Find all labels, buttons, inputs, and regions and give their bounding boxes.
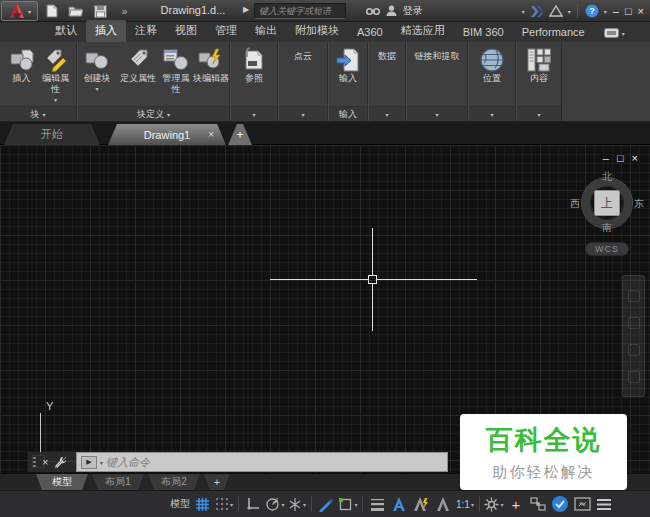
command-line-handle[interactable]: × xyxy=(28,452,76,472)
create-block-button[interactable]: 创建块 ▾ xyxy=(78,45,116,92)
tab-featured-apps[interactable]: 精选应用 xyxy=(392,20,454,42)
content-button[interactable]: 内容 xyxy=(519,45,559,84)
osnap-dropdown-icon[interactable]: ▾ xyxy=(354,501,357,508)
signin-dropdown-icon[interactable]: ▾ xyxy=(522,8,525,15)
scale-dropdown-icon[interactable]: ▾ xyxy=(471,501,474,508)
layout-tab-layout1[interactable]: 布局1 xyxy=(92,474,144,490)
ortho-mode-button[interactable] xyxy=(243,494,263,514)
panel-point-cloud-footer[interactable]: ▾ xyxy=(279,106,327,121)
command-line-close-icon[interactable]: × xyxy=(42,456,48,468)
close-button[interactable]: × xyxy=(638,0,644,22)
layout-tab-layout2[interactable]: 布局2 xyxy=(148,474,200,490)
workspace-dropdown-icon[interactable]: ▾ xyxy=(500,501,503,508)
ribbon-display-dropdown-icon[interactable]: ▾ xyxy=(622,30,625,37)
maximize-button[interactable]: □ xyxy=(625,0,632,22)
viewcube-east-label[interactable]: 东 xyxy=(634,197,644,211)
pan-icon[interactable] xyxy=(628,317,640,329)
point-cloud-label[interactable]: 点云 xyxy=(279,45,327,63)
open-file-button[interactable] xyxy=(68,3,84,19)
recent-commands-dropdown-icon[interactable]: ▾ xyxy=(100,459,103,466)
help-dropdown-icon[interactable]: ▾ xyxy=(604,8,607,15)
autoscale-button[interactable] xyxy=(411,494,431,514)
link-extract-label[interactable]: 链接和提取 xyxy=(407,45,467,63)
drawing-restore-button[interactable]: □ xyxy=(617,152,624,164)
file-tab-drawing1[interactable]: Drawing1 × xyxy=(108,124,226,145)
edit-attributes-button[interactable]: 编辑属性 ▾ xyxy=(40,45,72,103)
tab-output[interactable]: 输出 xyxy=(246,20,286,42)
drag-grip-icon[interactable] xyxy=(33,456,36,468)
isolate-objects-button[interactable] xyxy=(528,494,548,514)
new-drawing-tab-button[interactable]: + xyxy=(228,124,252,145)
attach-reference-button[interactable]: 参照 xyxy=(234,45,274,84)
drawing-close-button[interactable]: × xyxy=(632,152,638,164)
set-location-button[interactable]: 位置 xyxy=(472,45,512,84)
edit-attributes-dropdown-icon[interactable]: ▾ xyxy=(54,96,57,103)
insert-block-button[interactable]: 插入 xyxy=(5,45,39,84)
drawing-minimize-button[interactable]: – xyxy=(603,152,609,164)
viewcube-top-face[interactable]: 上 xyxy=(594,190,620,216)
ribbon-display-button[interactable]: ▾ xyxy=(604,28,625,42)
full-navigation-wheel-icon[interactable] xyxy=(628,290,640,302)
help-button[interactable]: ? xyxy=(585,4,599,18)
navigation-bar[interactable] xyxy=(622,275,645,397)
file-tab-start[interactable]: 开始 xyxy=(4,124,100,145)
grid-display-button[interactable] xyxy=(192,494,212,514)
manage-attributes-button[interactable]: 管理属性 xyxy=(160,45,192,95)
panel-link-extract-footer[interactable]: ▾ xyxy=(407,106,467,121)
isodraft-dropdown-icon[interactable]: ▾ xyxy=(303,501,306,508)
command-input[interactable] xyxy=(106,456,443,468)
workspace-switching-button[interactable]: ▾ xyxy=(484,494,504,514)
annotation-monitor-button[interactable] xyxy=(316,494,336,514)
app-menu-button[interactable]: ▾ xyxy=(1,1,38,21)
snap-dropdown-icon[interactable]: ▾ xyxy=(230,501,233,508)
save-button[interactable] xyxy=(92,3,108,19)
polar-dropdown-icon[interactable]: ▾ xyxy=(281,501,284,508)
panel-block-definition-footer[interactable]: 块定义 ▾ xyxy=(78,106,229,121)
search-input[interactable] xyxy=(255,4,345,18)
tab-addins[interactable]: 附加模块 xyxy=(286,20,348,42)
tab-manage[interactable]: 管理 xyxy=(206,20,246,42)
tab-a360[interactable]: A360 xyxy=(348,23,392,42)
panel-location-footer[interactable]: ▾ xyxy=(469,106,515,121)
file-tab-close-icon[interactable]: × xyxy=(208,129,214,140)
tab-bim360[interactable]: BIM 360 xyxy=(454,23,513,42)
tab-view[interactable]: 视图 xyxy=(166,20,206,42)
create-block-dropdown-icon[interactable]: ▾ xyxy=(95,85,98,92)
tab-default[interactable]: 默认 xyxy=(46,20,86,42)
new-file-button[interactable] xyxy=(44,3,60,19)
panel-reference-footer[interactable]: ▾ xyxy=(231,106,277,121)
exchange-apps-button[interactable] xyxy=(530,5,543,18)
viewcube-south-label[interactable]: 南 xyxy=(602,221,612,235)
viewcube-west-label[interactable]: 西 xyxy=(570,197,580,211)
search-history-arrow-icon[interactable]: ▶ xyxy=(243,5,249,14)
tab-insert[interactable]: 插入 xyxy=(86,20,126,42)
annotation-visibility-button[interactable] xyxy=(389,494,409,514)
block-editor-button[interactable]: 块编辑器 xyxy=(193,45,229,84)
isometric-drafting-button[interactable]: ▾ xyxy=(287,494,307,514)
clean-screen-button[interactable] xyxy=(572,494,592,514)
panel-import-footer[interactable]: 输入 xyxy=(329,106,367,121)
model-space-button[interactable]: 模型 xyxy=(170,494,190,514)
orbit-icon[interactable] xyxy=(628,371,640,383)
layout-tab-model[interactable]: 模型 xyxy=(36,474,88,490)
panel-block-footer[interactable]: 块 ▾ xyxy=(0,106,76,121)
annotation-scale-icon[interactable] xyxy=(433,494,453,514)
a360-dropdown-icon[interactable]: ▾ xyxy=(568,8,571,15)
minimize-button[interactable]: – xyxy=(613,0,619,22)
zoom-icon[interactable] xyxy=(628,344,640,356)
customization-menu-button[interactable] xyxy=(594,494,614,514)
annotation-scale-button[interactable]: 1:1 ▾ xyxy=(455,494,475,514)
snap-mode-button[interactable]: ▾ xyxy=(214,494,234,514)
lineweight-button[interactable] xyxy=(367,494,387,514)
tab-annotate[interactable]: 注释 xyxy=(126,20,166,42)
viewcube-north-label[interactable]: 北 xyxy=(602,170,612,184)
sign-in-button[interactable]: 登录 xyxy=(403,4,423,18)
annotation-plus-button[interactable]: + xyxy=(506,494,526,514)
polar-tracking-button[interactable]: ▾ xyxy=(265,494,285,514)
panel-data-footer[interactable]: ▾ xyxy=(369,106,405,121)
customize-wrench-icon[interactable] xyxy=(54,456,67,469)
graphics-performance-button[interactable] xyxy=(550,494,570,514)
qat-expand-button[interactable]: » xyxy=(116,3,132,19)
data-label[interactable]: 数据 xyxy=(369,45,405,63)
import-button[interactable]: 输入 xyxy=(330,45,366,84)
